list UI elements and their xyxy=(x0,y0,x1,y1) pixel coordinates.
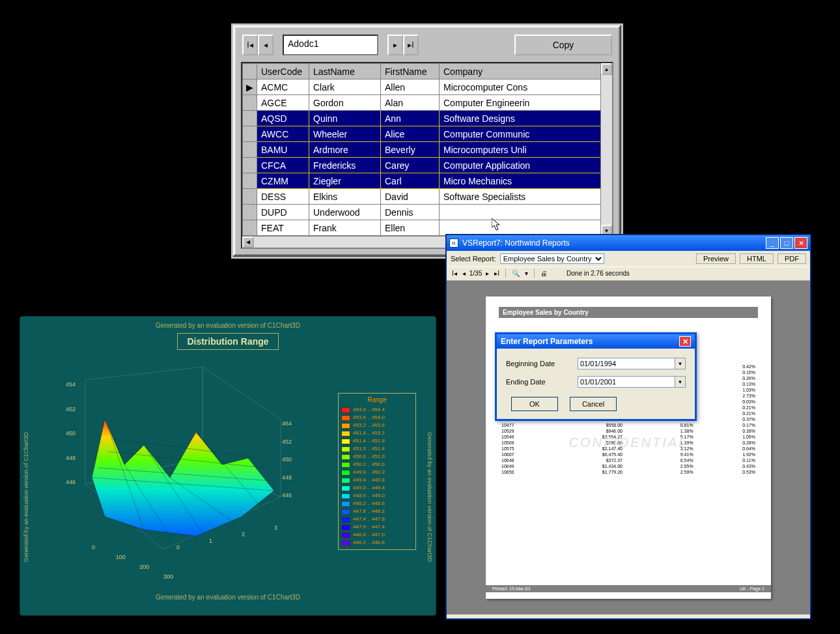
svg-text:448: 448 xyxy=(282,474,292,481)
table-row[interactable]: BAMUArdmoreBeverlyMicrocomputers Unli xyxy=(243,142,612,158)
report-select[interactable]: Employee Sales by Country xyxy=(500,253,604,264)
preview-button[interactable]: Preview xyxy=(696,253,736,264)
pager-first-icon[interactable]: I◂ xyxy=(451,270,458,277)
legend-item: 451.0 .. 451.4 xyxy=(341,445,413,453)
scroll-left-icon[interactable]: ◀ xyxy=(242,237,254,248)
end-date-dropdown-icon[interactable]: ▼ xyxy=(675,377,685,387)
chart-eval-bottom: Generated by an evaluation version of C1… xyxy=(20,588,436,601)
end-date-label: Ending Date xyxy=(506,378,578,386)
svg-text:200: 200 xyxy=(139,564,149,570)
zoom-dropdown-icon[interactable]: ▾ xyxy=(524,270,529,277)
svg-text:2: 2 xyxy=(242,531,245,538)
pager-last-icon[interactable]: ▸I xyxy=(493,270,501,277)
grid-vscroll[interactable]: ▲ ▼ xyxy=(600,63,612,237)
copy-button[interactable]: Copy xyxy=(514,35,612,55)
report-row: 10648$372.370.54%0.11% xyxy=(499,457,758,463)
begin-date-label: Beginning Date xyxy=(506,360,578,367)
table-row[interactable]: AGCEGordonAlanComputer Engineerin xyxy=(243,95,612,111)
dialog-titlebar[interactable]: Enter Report Parameters ✕ xyxy=(497,334,695,349)
recordset-name: Adodc1 xyxy=(283,35,378,55)
legend-item: 446.2 .. 446.6 xyxy=(341,539,413,547)
begin-date-dropdown-icon[interactable]: ▼ xyxy=(675,358,685,369)
data-grid[interactable]: UserCode LastName FirstName Company ▶ACM… xyxy=(241,62,613,249)
report-status: Done in 2.76 seconds xyxy=(567,270,630,277)
legend-item: 446.6 .. 447.0 xyxy=(341,531,413,539)
report-row: 10569$990.001.39%0.28% xyxy=(499,440,758,446)
legend-item: 449.8 .. 450.2 xyxy=(341,468,413,476)
svg-text:446: 446 xyxy=(282,492,292,498)
col-usercode[interactable]: UserCode xyxy=(257,64,309,79)
report-titlebar[interactable]: R VSReport7: Northwind Reports _ □ ✕ xyxy=(447,235,810,251)
legend-item: 453.6 .. 454.0 xyxy=(341,414,413,422)
pdf-button[interactable]: PDF xyxy=(777,253,806,264)
dialog-close-button[interactable]: ✕ xyxy=(679,336,691,347)
nav-prev-button[interactable]: ◂ xyxy=(258,35,273,55)
table-row[interactable]: AWCCWheelerAliceComputer Communic xyxy=(243,126,612,142)
col-firstname[interactable]: FirstName xyxy=(381,64,440,79)
report-app-icon: R xyxy=(449,238,458,248)
svg-text:0: 0 xyxy=(176,544,180,551)
nav-next-button[interactable]: ▸ xyxy=(387,35,403,55)
report-row: 10529$946.001.38%0.28% xyxy=(499,428,758,434)
data-grid-window: I◂ ◂ Adodc1 ▸ ▸I Copy UserCode LastName … xyxy=(231,23,623,259)
pager-position: 1/35 xyxy=(469,270,482,277)
report-preview-area[interactable]: Employee Sales by Country CONFIDENTIAL 1… xyxy=(447,281,810,614)
nav-first-button[interactable]: I◂ xyxy=(242,35,258,55)
svg-text:448: 448 xyxy=(66,455,76,461)
table-row[interactable]: ▶ACMCClarkAllenMicrocomputer Cons xyxy=(243,79,612,95)
svg-text:446: 446 xyxy=(66,479,76,485)
legend-item: 447.0 .. 447.4 xyxy=(341,523,413,531)
cancel-button[interactable]: Cancel xyxy=(570,397,617,411)
report-toolbar: Select Report: Employee Sales by Country… xyxy=(447,251,810,267)
print-icon[interactable]: 🖨 xyxy=(539,270,548,277)
legend-item: 450.2 .. 450.6 xyxy=(341,461,413,468)
legend-item: 450.6 .. 451.0 xyxy=(341,453,413,461)
legend-item: 448.6 .. 449.0 xyxy=(341,492,413,500)
col-lastname[interactable]: LastName xyxy=(309,64,381,79)
end-date-input[interactable] xyxy=(578,377,675,387)
table-row[interactable]: DESSElkinsDavidSoftware Specialists xyxy=(243,189,612,205)
chart-eval-top: Generated by an evaluation version of C1… xyxy=(20,317,436,329)
svg-text:100: 100 xyxy=(116,554,126,560)
legend-item: 448.2 .. 448.6 xyxy=(341,500,413,508)
report-row: 10650$1,779.202.59%0.53% xyxy=(499,469,758,475)
scroll-up-icon[interactable]: ▲ xyxy=(601,63,612,75)
report-row: 10549$3,554.275.17%1.05% xyxy=(499,434,758,440)
dialog-title: Enter Report Parameters xyxy=(501,337,593,346)
legend-item: 451.4 .. 451.8 xyxy=(341,437,413,445)
svg-text:0: 0 xyxy=(92,544,95,551)
report-pager: I◂ ◂ 1/35 ▸ ▸I 🔍 ▾ 🖨 Done in 2.76 second… xyxy=(447,267,810,281)
chart3d-panel: Generated by an evaluation version of C1… xyxy=(20,316,436,616)
grid-header-row: UserCode LastName FirstName Company xyxy=(243,64,612,79)
table-row[interactable]: DUPDUnderwoodDennis xyxy=(243,205,612,220)
close-button[interactable]: ✕ xyxy=(794,237,807,249)
svg-text:3: 3 xyxy=(274,525,277,531)
report-row: 10477$558.000.81%0.17% xyxy=(499,422,758,428)
table-row[interactable]: CZMMZieglerCarlMicro Mechanics xyxy=(243,173,612,189)
svg-text:454: 454 xyxy=(66,381,76,388)
html-button[interactable]: HTML xyxy=(740,253,774,264)
table-row[interactable]: CFCAFredericksCareyComputer Application xyxy=(243,158,612,173)
col-company[interactable]: Company xyxy=(440,64,612,79)
ok-button[interactable]: OK xyxy=(511,397,558,411)
minimize-button[interactable]: _ xyxy=(766,237,779,249)
chart-title: Distribution Range xyxy=(177,333,278,350)
legend-item: 449.0 .. 449.4 xyxy=(341,484,413,492)
zoom-icon[interactable]: 🔍 xyxy=(511,270,521,277)
report-row: 10607$6,475.409.41%1.92% xyxy=(499,452,758,457)
report-window-title: VSReport7: Northwind Reports xyxy=(462,238,570,248)
begin-date-input[interactable] xyxy=(578,358,675,369)
svg-text:452: 452 xyxy=(282,439,292,445)
table-row[interactable]: AQSDQuinnAnnSoftware Designs xyxy=(243,111,612,126)
pager-prev-icon[interactable]: ◂ xyxy=(461,270,467,277)
maximize-button[interactable]: □ xyxy=(780,237,793,249)
nav-last-button[interactable]: ▸I xyxy=(403,35,419,55)
select-report-label: Select Report: xyxy=(451,255,496,263)
legend-item: 451.8 .. 453.2 xyxy=(341,429,413,437)
svg-text:450: 450 xyxy=(282,456,292,463)
table-row[interactable]: FEATFrankEllen xyxy=(243,220,612,236)
pager-next-icon[interactable]: ▸ xyxy=(484,270,490,277)
report-row: 10575$2,147.403.12%0.64% xyxy=(499,446,758,452)
chart3d-surface: 446448450452454 446448450452454 01002003… xyxy=(46,354,294,588)
legend-item: 447.8 .. 448.2 xyxy=(341,508,413,515)
